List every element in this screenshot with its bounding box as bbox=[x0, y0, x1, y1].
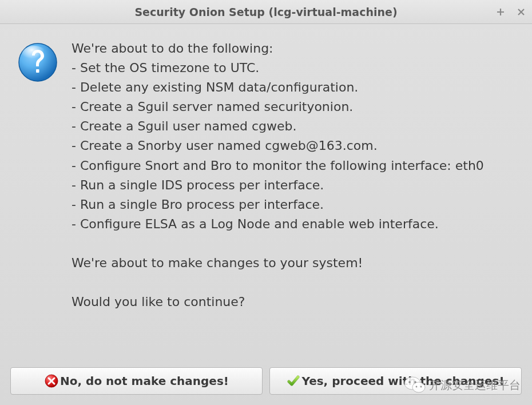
button-bar: No, do not make changes! Yes, proceed wi… bbox=[0, 367, 532, 405]
question-icon bbox=[17, 42, 58, 83]
message-prompt: Would you like to continue? bbox=[72, 292, 521, 312]
dialog-window: Security Onion Setup (lcg-virtual-machin… bbox=[0, 0, 532, 405]
maximize-button[interactable] bbox=[495, 7, 506, 17]
message-warning: We're about to make changes to your syst… bbox=[72, 253, 521, 273]
message-item: - Run a single Bro process per interface… bbox=[72, 195, 521, 215]
close-icon bbox=[517, 7, 526, 17]
message-intro: We're about to do the following: bbox=[72, 39, 521, 58]
message-item: - Create a Sguil user named cgweb. bbox=[72, 117, 521, 136]
message-item: - Configure Snort and Bro to monitor the… bbox=[72, 156, 521, 176]
window-controls bbox=[495, 0, 526, 23]
yes-button[interactable]: Yes, proceed with the changes! bbox=[269, 367, 522, 395]
cancel-icon bbox=[44, 374, 59, 388]
yes-button-label: Yes, proceed with the changes! bbox=[301, 374, 504, 388]
titlebar: Security Onion Setup (lcg-virtual-machin… bbox=[0, 0, 532, 24]
message-item: - Run a single IDS process per interface… bbox=[72, 176, 521, 195]
no-button-label: No, do not make changes! bbox=[60, 374, 229, 388]
icon-column bbox=[17, 39, 72, 356]
close-button[interactable] bbox=[516, 7, 526, 17]
plus-icon bbox=[496, 7, 505, 17]
window-title: Security Onion Setup (lcg-virtual-machin… bbox=[134, 6, 397, 18]
message-item: - Delete any existing NSM data/configura… bbox=[72, 78, 521, 97]
no-button[interactable]: No, do not make changes! bbox=[10, 367, 263, 395]
message-item: - Set the OS timezone to UTC. bbox=[72, 58, 521, 78]
message-body: We're about to do the following: - Set t… bbox=[72, 39, 521, 356]
message-item: - Create a Snorby user named cgweb@163.c… bbox=[72, 136, 521, 156]
check-icon bbox=[287, 374, 300, 388]
svg-rect-2 bbox=[36, 69, 39, 73]
message-item: - Create a Sguil server named securityon… bbox=[72, 97, 521, 117]
dialog-content: We're about to do the following: - Set t… bbox=[0, 24, 532, 367]
message-item: - Configure ELSA as a Log Node and enabl… bbox=[72, 215, 521, 234]
